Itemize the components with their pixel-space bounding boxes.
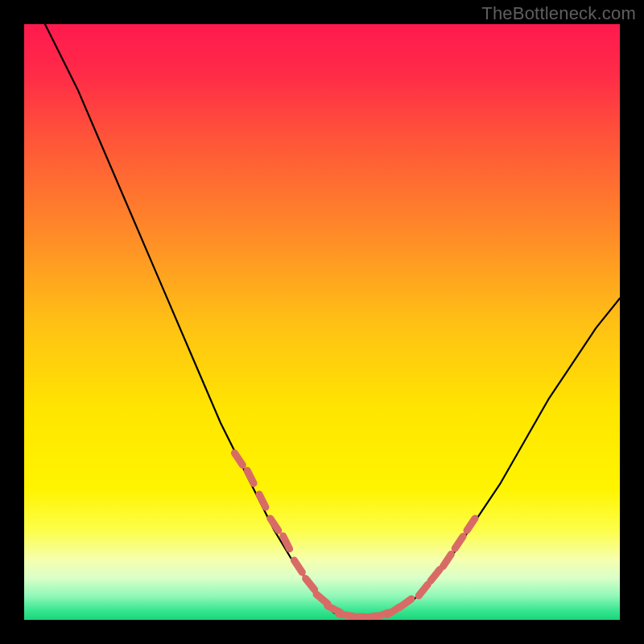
curve-markers <box>234 453 475 618</box>
marker-dash <box>234 453 242 465</box>
plot-area <box>24 24 620 620</box>
marker-dash <box>294 560 302 572</box>
marker-dash <box>306 579 315 590</box>
marker-dash <box>419 584 427 596</box>
marker-dash <box>270 518 279 530</box>
marker-dash <box>259 494 266 507</box>
chart-frame: TheBottleneck.com <box>0 0 644 644</box>
marker-dash <box>443 555 451 567</box>
marker-dash <box>467 518 475 530</box>
marker-dash <box>455 536 463 548</box>
marker-dash <box>399 599 411 608</box>
chart-svg <box>24 24 620 620</box>
marker-dash <box>431 570 440 581</box>
marker-dash <box>316 594 328 604</box>
watermark-text: TheBottleneck.com <box>481 3 636 24</box>
bottleneck-curve <box>24 24 620 617</box>
marker-dash <box>247 470 254 483</box>
